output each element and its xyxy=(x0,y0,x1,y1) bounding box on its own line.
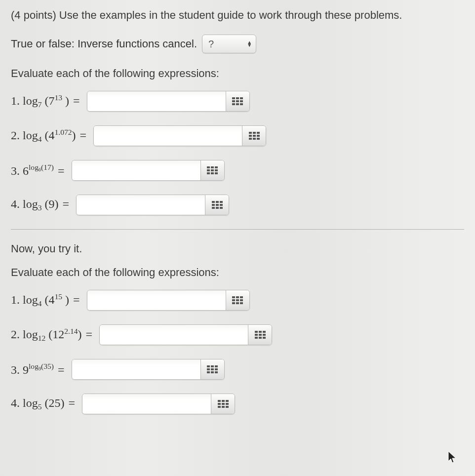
svg-rect-19 xyxy=(211,166,214,168)
answer-input[interactable] xyxy=(100,325,248,345)
math-expression: 4.log3 (9)= xyxy=(11,198,73,212)
svg-rect-24 xyxy=(207,172,210,174)
svg-rect-58 xyxy=(211,368,214,370)
answer-group xyxy=(72,160,225,181)
math-expression: 3.9log9(35)= xyxy=(11,362,69,376)
svg-rect-12 xyxy=(249,135,252,137)
problem-row: 2.log4 (41.072)= xyxy=(11,125,464,146)
keypad-icon xyxy=(218,400,229,408)
svg-rect-37 xyxy=(236,296,239,298)
answer-input[interactable] xyxy=(87,290,226,310)
svg-rect-34 xyxy=(216,207,219,209)
svg-rect-7 xyxy=(236,103,239,105)
svg-rect-21 xyxy=(207,169,210,171)
keypad-icon xyxy=(207,365,218,373)
svg-rect-23 xyxy=(215,169,218,171)
math-expression: 2.log4 (41.072)= xyxy=(11,128,90,144)
answer-input[interactable] xyxy=(87,91,226,111)
keypad-button[interactable] xyxy=(248,325,272,345)
svg-rect-63 xyxy=(218,400,221,402)
answer-input[interactable] xyxy=(82,394,211,414)
keypad-button[interactable] xyxy=(226,290,249,310)
svg-rect-35 xyxy=(220,207,223,209)
answer-group xyxy=(87,91,250,112)
svg-rect-43 xyxy=(236,302,239,304)
keypad-button[interactable] xyxy=(200,160,224,180)
cursor-icon xyxy=(447,450,457,464)
keypad-button[interactable] xyxy=(205,195,229,215)
svg-rect-41 xyxy=(240,299,243,301)
true-false-value: ? xyxy=(208,39,214,50)
points-badge: (4 points) xyxy=(11,9,56,21)
svg-rect-70 xyxy=(222,406,225,408)
svg-rect-11 xyxy=(257,132,260,134)
keypad-button[interactable] xyxy=(226,91,249,111)
svg-rect-50 xyxy=(263,334,266,336)
keypad-button[interactable] xyxy=(200,359,224,379)
svg-rect-2 xyxy=(240,97,243,99)
svg-rect-1 xyxy=(236,97,239,99)
section2-lead: Now, you try it. xyxy=(11,242,464,255)
section1-heading: Evaluate each of the following expressio… xyxy=(11,67,464,80)
svg-rect-13 xyxy=(253,135,256,137)
answer-group xyxy=(99,324,272,345)
answer-input[interactable] xyxy=(72,359,200,379)
svg-rect-26 xyxy=(215,172,218,174)
true-false-prompt: True or false: Inverse functions cancel. xyxy=(11,38,197,50)
svg-rect-61 xyxy=(211,371,214,373)
svg-rect-10 xyxy=(253,132,256,134)
svg-rect-6 xyxy=(232,103,235,105)
svg-rect-71 xyxy=(226,406,229,408)
keypad-button[interactable] xyxy=(211,394,235,414)
svg-rect-52 xyxy=(259,337,262,339)
svg-rect-36 xyxy=(232,296,235,298)
svg-rect-38 xyxy=(240,296,243,298)
true-false-select[interactable]: ? ▲▼ xyxy=(202,35,256,53)
svg-rect-4 xyxy=(236,100,239,102)
keypad-button[interactable] xyxy=(242,126,266,146)
svg-rect-66 xyxy=(218,403,221,405)
svg-rect-69 xyxy=(218,406,221,408)
keypad-icon xyxy=(212,201,223,209)
problem-row: 1.log7 (713 )= xyxy=(11,91,464,112)
problem-row: 4.log5 (25)= xyxy=(11,394,464,414)
svg-rect-25 xyxy=(211,172,214,174)
svg-rect-16 xyxy=(253,138,256,140)
svg-rect-67 xyxy=(222,403,225,405)
keypad-icon xyxy=(232,97,243,105)
svg-rect-20 xyxy=(215,166,218,168)
svg-rect-65 xyxy=(226,400,229,402)
answer-input[interactable] xyxy=(77,195,205,215)
section-divider xyxy=(11,229,464,230)
svg-rect-57 xyxy=(207,368,210,370)
keypad-icon xyxy=(255,331,266,339)
svg-rect-5 xyxy=(240,100,243,102)
answer-group xyxy=(82,394,235,414)
svg-rect-17 xyxy=(257,138,260,140)
svg-rect-32 xyxy=(220,204,223,206)
svg-rect-29 xyxy=(220,201,223,203)
answer-group xyxy=(76,195,229,215)
answer-input[interactable] xyxy=(72,160,200,180)
math-expression: 4.log5 (25)= xyxy=(11,397,79,411)
svg-rect-45 xyxy=(255,331,258,333)
svg-rect-55 xyxy=(211,365,214,367)
svg-rect-9 xyxy=(249,132,252,134)
problem-row: 3.6log6(17)= xyxy=(11,160,464,181)
svg-rect-28 xyxy=(216,201,219,203)
stepper-arrows-icon: ▲▼ xyxy=(247,41,252,47)
svg-rect-68 xyxy=(226,403,229,405)
svg-rect-47 xyxy=(263,331,266,333)
svg-rect-62 xyxy=(215,371,218,373)
svg-rect-18 xyxy=(207,166,210,168)
svg-rect-49 xyxy=(259,334,262,336)
answer-input[interactable] xyxy=(94,126,242,146)
math-expression: 3.6log6(17)= xyxy=(11,163,69,177)
math-expression: 2.log12 (122.14)= xyxy=(11,327,96,343)
problem-row: 2.log12 (122.14)= xyxy=(11,324,464,345)
math-expression: 1.log4 (415 )= xyxy=(11,292,84,308)
problem-row: 4.log3 (9)= xyxy=(11,195,464,215)
svg-rect-60 xyxy=(207,371,210,373)
svg-rect-59 xyxy=(215,368,218,370)
svg-rect-15 xyxy=(249,138,252,140)
